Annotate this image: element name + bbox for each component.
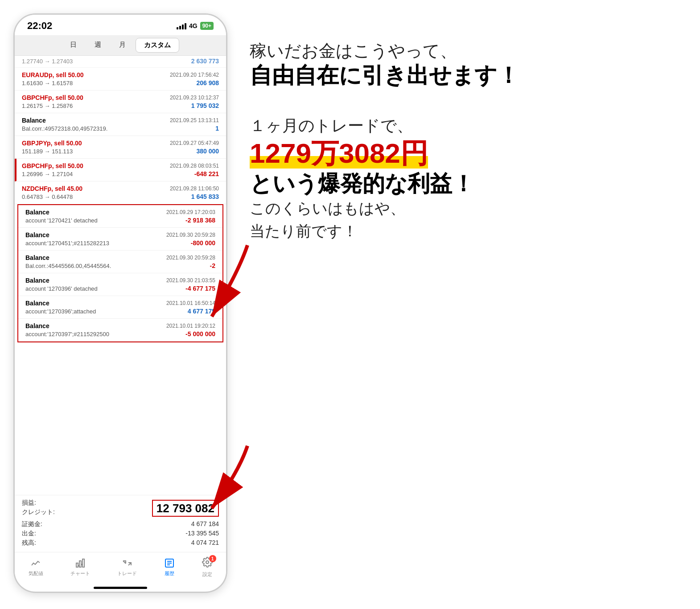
tagline-main: 稼いだお金はこうやって、 <box>250 40 678 62</box>
withdrawal-label: 出金: <box>22 530 36 538</box>
trade-price-euraud: 1.61630 → 1.61578 <box>22 80 73 86</box>
trade-row: Balance 2021.09.25 13:13:11 Bal.corr.:49… <box>15 113 226 136</box>
profit-section: １ヶ月のトレードで、 1279万3082円 という爆発的な利益！ このくらいはも… <box>250 115 678 243</box>
home-indicator <box>94 587 147 589</box>
profit-amount: 1279万3082円 <box>250 138 428 169</box>
trade-price-gbpchf2: 1.26996 → 1.27104 <box>22 171 73 177</box>
tab-day[interactable]: 日 <box>62 38 85 53</box>
trade-row: GBPCHFp, sell 50.00 2021.09.23 10:12:37 … <box>15 91 226 113</box>
trade-row: NZDCHFp, sell 45.00 2021.09.28 11:06:50 … <box>15 181 226 204</box>
bottom-nav: 気配値 チャート トレード <box>15 552 226 587</box>
arrow-1-icon <box>176 236 265 325</box>
trade-date-gbpjpy: 2021.09.27 05:47:49 <box>170 140 219 146</box>
tab-month[interactable]: 月 <box>111 38 134 53</box>
network-label: 4G <box>189 22 198 29</box>
nav-quotes[interactable]: 気配値 <box>29 558 43 577</box>
nav-label-settings: 設定 <box>202 571 212 578</box>
trade-icon <box>122 558 132 568</box>
trade-price-b2: account '1270421' detached <box>25 217 98 224</box>
trade-name-gbpchf1: GBPCHFp, sell 50.00 <box>22 94 83 101</box>
trade-price-b6: account:'1270396';attached <box>25 308 96 315</box>
chart-icon <box>75 558 86 568</box>
profit-desc: という爆発的な利益！ <box>250 170 678 197</box>
trade-value-nzdchf: 1 645 833 <box>191 193 219 200</box>
balance-label: 残高: <box>22 539 36 547</box>
trade-row: GBPJPYp, sell 50.00 2021.09.27 05:47:49 … <box>15 136 226 159</box>
svg-point-3 <box>78 565 79 567</box>
trade-name-b6: Balance <box>25 300 49 307</box>
pnl-label: 損益: <box>22 499 36 507</box>
trade-value-gbpchf1: 1 795 032 <box>191 102 219 109</box>
trade-price-b5: account '1270396' detached <box>25 285 98 292</box>
nav-history[interactable]: 履歴 <box>164 558 175 577</box>
trade-date-balance1: 2021.09.25 13:13:11 <box>170 117 219 123</box>
trade-name-b7: Balance <box>25 322 49 329</box>
trade-price-balance1: Bal.corr.:49572318.00,49572319. <box>22 125 107 132</box>
trade-name-b3: Balance <box>25 231 49 239</box>
profit-intro: １ヶ月のトレードで、 <box>250 115 678 136</box>
nav-chart[interactable]: チャート <box>70 558 90 577</box>
trade-value-b7: -5 000 000 <box>185 330 215 337</box>
quotes-icon <box>30 558 41 568</box>
status-bar: 22:02 4G 90+ <box>15 15 226 35</box>
trade-value-balance1: 1 <box>215 125 219 132</box>
settings-badge: 1 <box>209 555 216 562</box>
margin-label: 証拠金: <box>22 520 42 528</box>
trade-price-gbpchf1: 1.26175 → 1.25876 <box>22 103 73 109</box>
trade-date-gbpchf1: 2021.09.23 10:12:37 <box>170 95 219 101</box>
nav-label-history: 履歴 <box>165 570 174 577</box>
trade-value-partial: 2 630 773 <box>191 58 219 65</box>
nav-label-quotes: 気配値 <box>29 570 43 577</box>
trade-price-gbpjpy: 151.189 → 151.113 <box>22 148 73 155</box>
trade-price-partial: 1.27740 → 1.27403 <box>22 58 73 65</box>
tab-bar: 日 週 月 カスタム <box>15 35 226 56</box>
trade-row: EURAUDp, sell 50.00 2021.09.20 17:56:42 … <box>15 68 226 91</box>
tab-week[interactable]: 週 <box>86 38 109 53</box>
trade-name-euraud: EURAUDp, sell 50.00 <box>22 71 84 78</box>
trade-price-b3: account:'1270451';#2115282213 <box>25 240 109 247</box>
svg-rect-2 <box>82 559 84 567</box>
trade-price-b4: Bal.corr.:45445566.00,45445564. <box>25 263 111 269</box>
trade-price-nzdchf: 0.64783 → 0.64478 <box>22 193 73 200</box>
trade-price-b7: account:'1270397';#2115292500 <box>25 331 109 337</box>
trade-value-euraud: 206 908 <box>196 79 219 86</box>
trade-name-nzdchf: NZDCHFp, sell 45.00 <box>22 185 82 192</box>
profit-sub2: 当たり前です！ <box>250 220 678 243</box>
trade-date-b2: 2021.09.29 17:20:03 <box>166 209 215 215</box>
nav-label-trade: トレード <box>117 570 137 577</box>
battery-badge: 90+ <box>200 22 214 30</box>
nav-settings[interactable]: 1 設定 <box>202 557 213 578</box>
svg-rect-1 <box>79 561 81 567</box>
svg-point-4 <box>81 564 82 565</box>
svg-point-11 <box>206 561 209 564</box>
trade-name-b4: Balance <box>25 254 49 261</box>
nav-trade[interactable]: トレード <box>117 558 137 577</box>
margin-value: 4 677 184 <box>191 520 219 528</box>
trade-row: 1.27740 → 1.27403 2 630 773 <box>15 56 226 68</box>
trade-value-gbpjpy: 380 000 <box>196 148 219 155</box>
trade-name-balance1: Balance <box>22 117 46 124</box>
right-content: 稼いだお金はこうやって、 自由自在に引き出せます！ １ヶ月のトレードで、 127… <box>250 36 678 243</box>
tab-custom[interactable]: カスタム <box>136 38 179 53</box>
withdrawal-value: -13 395 545 <box>185 530 219 538</box>
trade-date-nzdchf: 2021.09.28 11:06:50 <box>170 185 219 192</box>
trade-row: GBPCHFp, sell 50.00 2021.09.28 08:03:51 … <box>15 159 226 181</box>
tagline-section: 稼いだお金はこうやって、 自由自在に引き出せます！ <box>250 36 678 93</box>
trade-value-gbpchf2: -648 221 <box>194 170 219 177</box>
trade-row: Balance 2021.09.29 17:20:03 account '127… <box>18 205 222 228</box>
history-icon <box>164 558 175 568</box>
trade-name-gbpchf2: GBPCHFp, sell 50.00 <box>22 162 83 169</box>
trade-date-euraud: 2021.09.20 17:56:42 <box>170 72 219 78</box>
trade-value-b2: -2 918 368 <box>185 217 215 224</box>
balance-value: 4 074 721 <box>191 539 219 547</box>
status-icons: 4G 90+ <box>177 22 214 30</box>
trade-name-b2: Balance <box>25 209 49 216</box>
status-time: 22:02 <box>27 20 52 32</box>
profit-sub1: このくらいはもはや、 <box>250 197 678 220</box>
arrow-2-icon <box>176 437 265 517</box>
tagline-big: 自由自在に引き出せます！ <box>250 62 678 89</box>
trade-name-b5: Balance <box>25 277 49 284</box>
signal-icon <box>177 22 186 29</box>
trade-name-gbpjpy: GBPJPYp, sell 50.00 <box>22 140 82 147</box>
nav-label-chart: チャート <box>70 570 90 577</box>
